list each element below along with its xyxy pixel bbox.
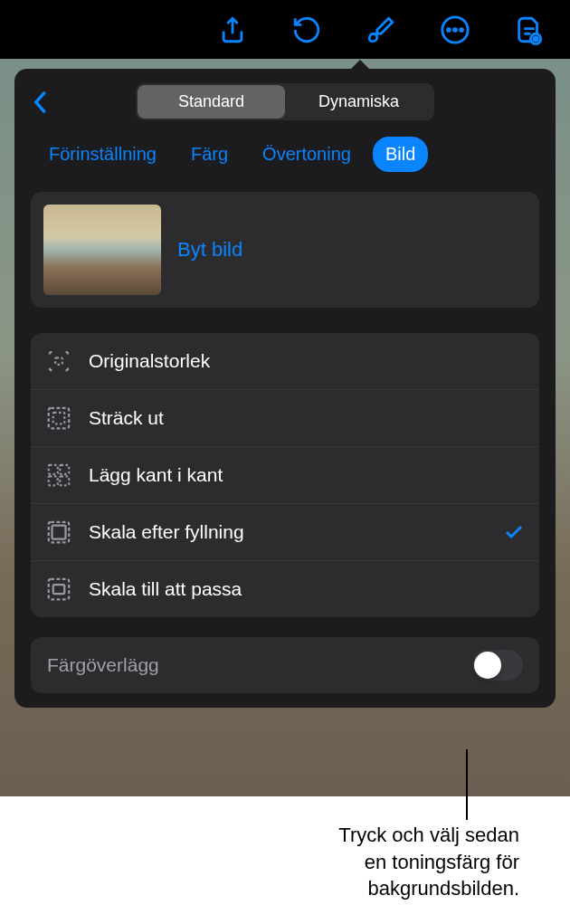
more-icon[interactable] (440, 14, 470, 45)
scale-stretch-icon (45, 405, 72, 432)
svg-rect-14 (52, 526, 66, 539)
scale-fill-icon (45, 519, 72, 546)
svg-point-5 (534, 36, 537, 40)
popover-header: Standard Dynamiska (14, 83, 556, 120)
svg-rect-9 (49, 465, 58, 474)
scale-option-fill[interactable]: Skala efter fyllning (31, 504, 539, 561)
scale-label: Originalstorlek (89, 350, 525, 372)
svg-rect-16 (53, 585, 65, 594)
scale-label: Lägg kant i kant (89, 464, 525, 486)
svg-rect-8 (53, 413, 65, 424)
color-overlay-toggle[interactable] (472, 650, 523, 681)
segment-dynamic[interactable]: Dynamiska (285, 85, 432, 119)
scale-options-list: Originalstorlek Sträck ut Lägg kant i ka… (31, 333, 539, 617)
brush-icon[interactable] (366, 14, 396, 45)
scale-fit-icon (45, 576, 72, 603)
toggle-knob (474, 652, 501, 679)
svg-rect-12 (60, 476, 69, 485)
svg-point-2 (454, 28, 457, 31)
tab-color[interactable]: Färg (178, 137, 241, 172)
document-icon[interactable] (514, 14, 545, 45)
change-image-row[interactable]: Byt bild (31, 192, 539, 308)
callout-text: Tryck och välj sedan en toningsfärg för … (338, 822, 519, 902)
svg-rect-10 (60, 465, 69, 474)
svg-rect-6 (55, 357, 62, 365)
segmented-control: Standard Dynamiska (136, 83, 434, 120)
scale-original-icon (45, 348, 72, 375)
callout-line (466, 749, 468, 820)
scale-option-original[interactable]: Originalstorlek (31, 333, 539, 390)
undo-icon[interactable] (291, 14, 322, 45)
scale-label: Skala efter fyllning (89, 521, 487, 543)
svg-point-3 (461, 28, 463, 31)
format-popover: Standard Dynamiska Förinställning Färg Ö… (14, 69, 556, 708)
top-toolbar (0, 0, 570, 59)
checkmark-icon (503, 521, 525, 543)
svg-rect-7 (49, 408, 70, 429)
scale-tile-icon (45, 462, 72, 489)
color-overlay-label: Färgöverlägg (47, 654, 159, 676)
change-image-label: Byt bild (177, 238, 242, 262)
color-overlay-row: Färgöverlägg (31, 637, 539, 693)
share-icon[interactable] (217, 14, 248, 45)
scale-option-stretch[interactable]: Sträck ut (31, 390, 539, 447)
tab-preset[interactable]: Förinställning (36, 137, 169, 172)
segment-standard[interactable]: Standard (138, 85, 285, 119)
svg-rect-11 (49, 476, 58, 485)
image-thumbnail (43, 205, 161, 295)
scale-option-fit[interactable]: Skala till att passa (31, 561, 539, 617)
scale-label: Sträck ut (89, 407, 525, 429)
scale-option-tile[interactable]: Lägg kant i kant (31, 447, 539, 504)
tab-gradient[interactable]: Övertoning (250, 137, 364, 172)
tab-image[interactable]: Bild (373, 137, 428, 172)
svg-point-1 (448, 28, 451, 31)
tab-row: Förinställning Färg Övertoning Bild (14, 137, 556, 172)
back-chevron-icon[interactable] (31, 90, 49, 115)
scale-label: Skala till att passa (89, 578, 525, 600)
svg-rect-15 (49, 579, 70, 600)
